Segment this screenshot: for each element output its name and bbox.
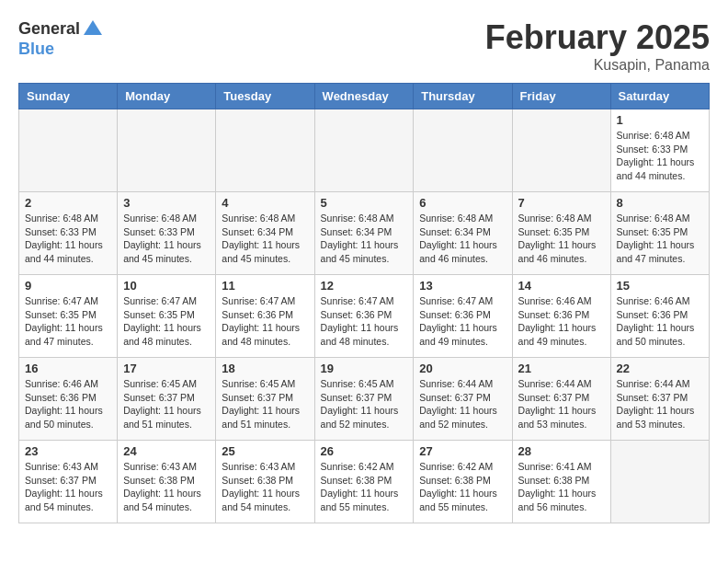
calendar-week-row: 9Sunrise: 6:47 AM Sunset: 6:35 PM Daylig… (19, 275, 710, 358)
day-info: Sunrise: 6:46 AM Sunset: 6:36 PM Dayligh… (25, 377, 111, 431)
calendar-cell: 14Sunrise: 6:46 AM Sunset: 6:36 PM Dayli… (512, 275, 610, 358)
calendar-cell: 21Sunrise: 6:44 AM Sunset: 6:37 PM Dayli… (512, 358, 610, 441)
day-info: Sunrise: 6:48 AM Sunset: 6:34 PM Dayligh… (419, 212, 506, 266)
calendar-cell: 2Sunrise: 6:48 AM Sunset: 6:33 PM Daylig… (19, 192, 118, 275)
weekday-header-wednesday: Wednesday (314, 84, 414, 109)
day-info: Sunrise: 6:44 AM Sunset: 6:37 PM Dayligh… (518, 377, 605, 431)
calendar-cell (19, 109, 118, 192)
calendar-cell: 13Sunrise: 6:47 AM Sunset: 6:36 PM Dayli… (414, 275, 512, 358)
weekday-header-friday: Friday (512, 84, 610, 109)
day-info: Sunrise: 6:44 AM Sunset: 6:37 PM Dayligh… (419, 377, 506, 431)
day-number: 2 (25, 196, 111, 210)
day-info: Sunrise: 6:46 AM Sunset: 6:36 PM Dayligh… (617, 294, 703, 349)
day-info: Sunrise: 6:42 AM Sunset: 6:38 PM Dayligh… (419, 460, 506, 514)
logo-blue-text: Blue (18, 40, 104, 59)
day-info: Sunrise: 6:47 AM Sunset: 6:36 PM Dayligh… (222, 294, 308, 349)
day-info: Sunrise: 6:47 AM Sunset: 6:35 PM Dayligh… (25, 294, 111, 349)
calendar-table: SundayMondayTuesdayWednesdayThursdayFrid… (18, 83, 710, 523)
day-number: 23 (25, 444, 111, 458)
calendar-cell: 17Sunrise: 6:45 AM Sunset: 6:37 PM Dayli… (118, 358, 216, 441)
day-info: Sunrise: 6:45 AM Sunset: 6:37 PM Dayligh… (321, 377, 408, 431)
day-number: 10 (123, 279, 210, 293)
calendar-cell (414, 109, 512, 192)
day-number: 24 (123, 444, 210, 458)
calendar-cell (610, 441, 709, 523)
weekday-header-row: SundayMondayTuesdayWednesdayThursdayFrid… (19, 84, 710, 109)
day-number: 26 (321, 444, 408, 458)
day-number: 5 (321, 196, 408, 210)
day-number: 11 (222, 279, 308, 293)
day-info: Sunrise: 6:48 AM Sunset: 6:35 PM Dayligh… (518, 212, 605, 266)
day-info: Sunrise: 6:48 AM Sunset: 6:34 PM Dayligh… (321, 212, 408, 266)
day-number: 4 (222, 196, 308, 210)
calendar-cell: 28Sunrise: 6:41 AM Sunset: 6:38 PM Dayli… (512, 441, 610, 523)
calendar-cell: 4Sunrise: 6:48 AM Sunset: 6:34 PM Daylig… (216, 192, 314, 275)
calendar-cell (314, 109, 414, 192)
day-number: 17 (123, 362, 210, 375)
day-number: 18 (222, 362, 308, 375)
calendar-cell: 26Sunrise: 6:42 AM Sunset: 6:38 PM Dayli… (314, 441, 414, 523)
day-number: 8 (617, 196, 703, 210)
day-info: Sunrise: 6:48 AM Sunset: 6:33 PM Dayligh… (25, 212, 111, 266)
calendar-cell (118, 109, 216, 192)
day-number: 9 (25, 279, 111, 293)
day-info: Sunrise: 6:48 AM Sunset: 6:33 PM Dayligh… (617, 129, 703, 183)
day-info: Sunrise: 6:41 AM Sunset: 6:38 PM Dayligh… (518, 460, 605, 514)
weekday-header-saturday: Saturday (610, 84, 709, 109)
calendar-cell: 7Sunrise: 6:48 AM Sunset: 6:35 PM Daylig… (512, 192, 610, 275)
calendar-cell: 5Sunrise: 6:48 AM Sunset: 6:34 PM Daylig… (314, 192, 414, 275)
calendar-cell: 11Sunrise: 6:47 AM Sunset: 6:36 PM Dayli… (216, 275, 314, 358)
calendar-cell: 8Sunrise: 6:48 AM Sunset: 6:35 PM Daylig… (610, 192, 709, 275)
day-info: Sunrise: 6:47 AM Sunset: 6:36 PM Dayligh… (321, 294, 408, 349)
calendar-title: February 2025 (485, 18, 710, 57)
day-info: Sunrise: 6:44 AM Sunset: 6:37 PM Dayligh… (617, 377, 703, 431)
weekday-header-tuesday: Tuesday (216, 84, 314, 109)
day-number: 3 (123, 196, 210, 210)
day-number: 27 (419, 444, 506, 458)
day-number: 1 (617, 113, 703, 127)
calendar-cell (216, 109, 314, 192)
day-number: 21 (518, 362, 605, 375)
calendar-cell: 10Sunrise: 6:47 AM Sunset: 6:35 PM Dayli… (118, 275, 216, 358)
day-info: Sunrise: 6:45 AM Sunset: 6:37 PM Dayligh… (123, 377, 210, 431)
calendar-cell: 27Sunrise: 6:42 AM Sunset: 6:38 PM Dayli… (414, 441, 512, 523)
calendar-week-row: 23Sunrise: 6:43 AM Sunset: 6:37 PM Dayli… (19, 441, 710, 523)
logo: General Blue (18, 18, 104, 59)
logo-icon (82, 18, 104, 40)
day-info: Sunrise: 6:48 AM Sunset: 6:33 PM Dayligh… (123, 212, 210, 266)
calendar-week-row: 2Sunrise: 6:48 AM Sunset: 6:33 PM Daylig… (19, 192, 710, 275)
day-number: 15 (617, 279, 703, 293)
calendar-cell: 1Sunrise: 6:48 AM Sunset: 6:33 PM Daylig… (610, 109, 709, 192)
calendar-cell: 22Sunrise: 6:44 AM Sunset: 6:37 PM Dayli… (610, 358, 709, 441)
calendar-subtitle: Kusapin, Panama (485, 57, 710, 74)
day-number: 7 (518, 196, 605, 210)
day-number: 20 (419, 362, 506, 375)
calendar-cell: 18Sunrise: 6:45 AM Sunset: 6:37 PM Dayli… (216, 358, 314, 441)
logo-general-text: General (18, 20, 80, 39)
title-section: February 2025 Kusapin, Panama (485, 18, 710, 74)
day-number: 19 (321, 362, 408, 375)
day-info: Sunrise: 6:47 AM Sunset: 6:36 PM Dayligh… (419, 294, 506, 349)
calendar-cell: 6Sunrise: 6:48 AM Sunset: 6:34 PM Daylig… (414, 192, 512, 275)
calendar-cell: 16Sunrise: 6:46 AM Sunset: 6:36 PM Dayli… (19, 358, 118, 441)
day-info: Sunrise: 6:43 AM Sunset: 6:38 PM Dayligh… (123, 460, 210, 514)
day-number: 13 (419, 279, 506, 293)
calendar-week-row: 1Sunrise: 6:48 AM Sunset: 6:33 PM Daylig… (19, 109, 710, 192)
day-info: Sunrise: 6:43 AM Sunset: 6:37 PM Dayligh… (25, 460, 111, 514)
day-number: 22 (617, 362, 703, 375)
calendar-cell: 15Sunrise: 6:46 AM Sunset: 6:36 PM Dayli… (610, 275, 709, 358)
calendar-cell: 25Sunrise: 6:43 AM Sunset: 6:38 PM Dayli… (216, 441, 314, 523)
calendar-cell: 19Sunrise: 6:45 AM Sunset: 6:37 PM Dayli… (314, 358, 414, 441)
calendar-cell: 3Sunrise: 6:48 AM Sunset: 6:33 PM Daylig… (118, 192, 216, 275)
calendar-cell: 20Sunrise: 6:44 AM Sunset: 6:37 PM Dayli… (414, 358, 512, 441)
day-number: 16 (25, 362, 111, 375)
day-info: Sunrise: 6:45 AM Sunset: 6:37 PM Dayligh… (222, 377, 308, 431)
day-number: 12 (321, 279, 408, 293)
day-number: 6 (419, 196, 506, 210)
day-info: Sunrise: 6:43 AM Sunset: 6:38 PM Dayligh… (222, 460, 308, 514)
day-number: 25 (222, 444, 308, 458)
day-number: 14 (518, 279, 605, 293)
calendar-week-row: 16Sunrise: 6:46 AM Sunset: 6:36 PM Dayli… (19, 358, 710, 441)
calendar-cell: 23Sunrise: 6:43 AM Sunset: 6:37 PM Dayli… (19, 441, 118, 523)
calendar-cell (512, 109, 610, 192)
